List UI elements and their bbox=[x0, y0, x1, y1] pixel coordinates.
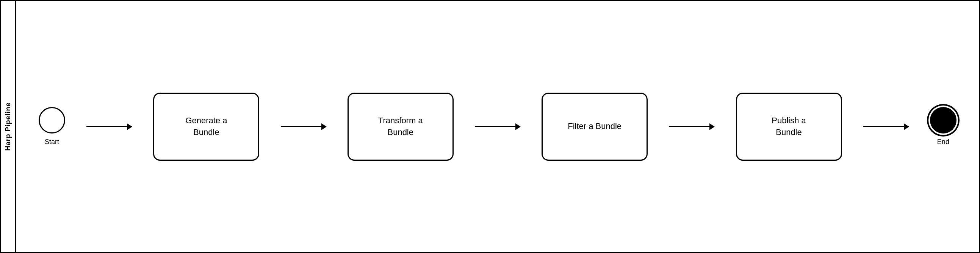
arrow-line-2 bbox=[281, 126, 326, 127]
lane-label-text: Harp Pipeline bbox=[4, 102, 12, 150]
arrow-line-1 bbox=[86, 126, 132, 127]
arrow-start-to-task1 bbox=[86, 126, 132, 127]
arrow-task2-to-task3 bbox=[475, 126, 520, 127]
arrow-line-4 bbox=[669, 126, 714, 127]
task-publish-label: Publish aBundle bbox=[772, 115, 806, 138]
task-generate-bundle[interactable]: Generate aBundle bbox=[153, 93, 259, 161]
arrow-task4-to-end bbox=[863, 126, 909, 127]
start-label: Start bbox=[45, 138, 59, 146]
task-generate-label: Generate aBundle bbox=[185, 115, 227, 138]
task-transform-label: Transform aBundle bbox=[378, 115, 423, 138]
end-label: End bbox=[937, 138, 949, 146]
task-filter-label: Filter a Bundle bbox=[568, 121, 622, 132]
task-publish-bundle[interactable]: Publish aBundle bbox=[736, 93, 842, 161]
lane-label-container: Harp Pipeline bbox=[1, 1, 16, 252]
start-event: Start bbox=[39, 107, 65, 146]
end-event: End bbox=[930, 107, 956, 146]
arrow-task1-to-task2 bbox=[281, 126, 326, 127]
task-transform-bundle[interactable]: Transform aBundle bbox=[347, 93, 453, 161]
bpmn-diagram: Harp Pipeline Start Generate aBundle bbox=[0, 0, 980, 253]
flow-row: Start Generate aBundle Transform aBundle bbox=[39, 93, 956, 161]
task-filter-bundle[interactable]: Filter a Bundle bbox=[541, 93, 648, 161]
lane-content: Start Generate aBundle Transform aBundle bbox=[16, 1, 979, 252]
arrow-line-3 bbox=[475, 126, 520, 127]
start-circle bbox=[39, 107, 65, 133]
end-circle bbox=[930, 107, 956, 133]
arrow-task3-to-task4 bbox=[669, 126, 714, 127]
arrow-line-5 bbox=[863, 126, 909, 127]
